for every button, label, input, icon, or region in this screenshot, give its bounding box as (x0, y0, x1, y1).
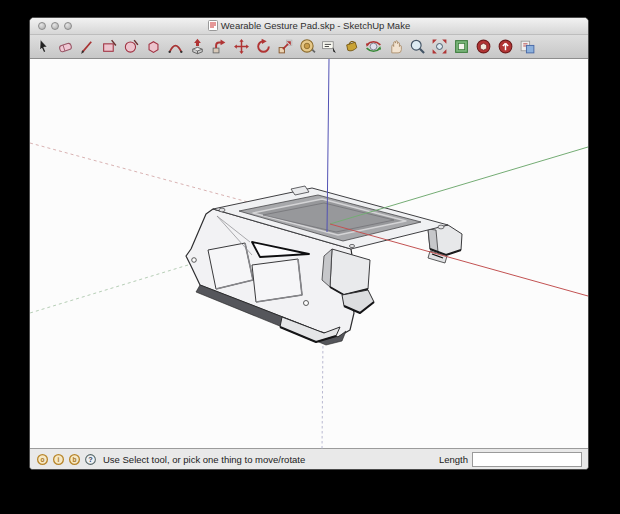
tool-line[interactable] (79, 38, 96, 55)
tool-move[interactable] (233, 38, 250, 55)
geolocation-badge-icon[interactable]: o (36, 453, 49, 466)
credit-badge-icon[interactable]: i (52, 453, 65, 466)
tool-rotate[interactable] (255, 38, 272, 55)
tool-pan[interactable] (387, 38, 404, 55)
length-input[interactable] (472, 452, 582, 467)
sketchup-window: Wearable Gesture Pad.skp - SketchUp Make (29, 17, 589, 470)
tool-circle[interactable] (123, 38, 140, 55)
window-title-text: Wearable Gesture Pad.skp - SketchUp Make (221, 20, 410, 31)
help-icon[interactable]: ? (84, 453, 97, 466)
near-foot-face (330, 249, 370, 295)
svg-text:b: b (73, 455, 77, 462)
statusbar-icons: oib? (36, 453, 97, 466)
length-label: Length (439, 454, 468, 465)
tool-rectangle[interactable] (101, 38, 118, 55)
svg-text:o: o (41, 455, 45, 462)
green-axis (330, 147, 588, 224)
tool-zoom[interactable] (409, 38, 426, 55)
toolbar (30, 35, 588, 59)
plate-screw-hole-left (192, 258, 197, 263)
document-icon (208, 20, 221, 31)
viewport[interactable] (30, 59, 588, 448)
svg-text:?: ? (88, 455, 93, 464)
tool-arc[interactable] (167, 38, 184, 55)
ring-screw-hole-left (219, 208, 225, 212)
title-bar[interactable]: Wearable Gesture Pad.skp - SketchUp Make (30, 18, 588, 35)
ring-screw-hole-near (349, 244, 354, 247)
window-title: Wearable Gesture Pad.skp - SketchUp Make (30, 18, 588, 34)
svg-text:i: i (58, 455, 60, 462)
statusbar: oib? Use Select tool, or pick one thing … (30, 448, 588, 469)
tool-component[interactable] (453, 38, 470, 55)
tool-get-models[interactable] (475, 38, 492, 55)
ring-screw-hole-right (438, 225, 444, 229)
license-badge-icon[interactable]: b (68, 453, 81, 466)
tool-share-model[interactable] (497, 38, 514, 55)
status-message: Use Select tool, or pick one thing to mo… (103, 454, 305, 465)
tool-follow-me[interactable] (211, 38, 228, 55)
tool-paint-bucket[interactable] (343, 38, 360, 55)
tool-eraser[interactable] (57, 38, 74, 55)
tool-zoom-extents[interactable] (431, 38, 448, 55)
tool-orbit[interactable] (365, 38, 382, 55)
tool-tape-measure[interactable] (299, 38, 316, 55)
gesture-pad-model[interactable] (186, 186, 462, 345)
plate-screw-hole-right (304, 301, 309, 306)
tool-text[interactable] (321, 38, 338, 55)
tool-push-pull[interactable] (189, 38, 206, 55)
tool-select[interactable] (35, 38, 52, 55)
blue-axis-negative (322, 336, 323, 451)
tool-scale[interactable] (277, 38, 294, 55)
tool-send-to-layout[interactable] (519, 38, 536, 55)
green-axis-negative (30, 265, 188, 313)
red-axis-negative (30, 143, 248, 202)
viewport-canvas[interactable] (30, 59, 589, 451)
tool-polygon[interactable] (145, 38, 162, 55)
